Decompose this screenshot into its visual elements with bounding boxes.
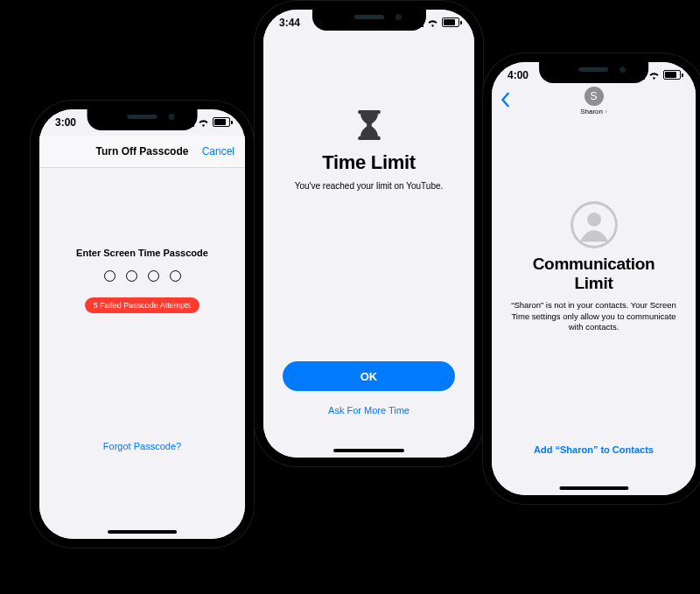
battery-icon [442,17,462,27]
avatar-initial: S [590,90,597,102]
status-time: 3:44 [279,17,300,29]
passcode-dots[interactable] [39,270,245,282]
screen-title: CommunicationLimit [492,255,696,293]
phone-time-limit: 3:44 Time Limit You've reached your limi… [263,10,474,458]
notch [312,10,425,31]
navbar: S Sharon › [492,87,696,125]
wifi-icon [648,71,660,80]
navbar: Turn Off Passcode Cancel [39,136,245,168]
add-to-contacts-button[interactable]: Add “Sharon” to Contacts [492,444,696,455]
status-time: 3:00 [55,116,76,129]
battery-icon [663,70,683,80]
passcode-dot [148,270,159,282]
passcode-prompt: Enter Screen Time Passcode [39,248,245,258]
cancel-button[interactable]: Cancel [202,145,234,157]
screen-message: “Sharon” is not in your contacts. Your S… [509,300,678,333]
home-indicator[interactable] [333,449,405,452]
contact-name-button[interactable]: Sharon › [492,108,696,115]
contact-avatar[interactable]: S [584,87,604,106]
person-circle-icon [570,200,619,249]
error-pill: 5 Failed Passcode Attempts [85,297,200,313]
svg-point-1 [587,213,601,227]
screen-title: Time Limit [263,151,474,174]
contact-name-label: Sharon [580,108,603,115]
status-time: 4:00 [508,69,528,81]
phone-screentime-passcode: 3:00 Turn Off Passcode Cancel Enter Scre… [39,109,245,539]
ok-button[interactable]: OK [283,361,455,391]
hourglass-icon [354,108,384,143]
ask-more-time-button[interactable]: Ask For More Time [263,405,474,416]
passcode-dot [170,270,181,282]
wifi-icon [427,18,438,27]
notch [87,109,198,130]
navbar-title: Turn Off Passcode [96,145,189,157]
home-indicator[interactable] [559,486,628,490]
chevron-right-icon: › [605,108,607,115]
battery-icon [213,117,233,127]
passcode-dot [126,270,137,282]
forgot-passcode-button[interactable]: Forgot Passcode? [39,441,245,451]
back-button[interactable] [500,92,511,111]
notch [539,62,649,83]
screen-message: You've reached your limit on YouTube. [263,181,474,191]
passcode-dot [104,270,116,282]
phone-communication-limit: 4:00 S Sharon › [492,62,696,495]
wifi-icon [198,118,209,127]
home-indicator[interactable] [108,530,178,534]
